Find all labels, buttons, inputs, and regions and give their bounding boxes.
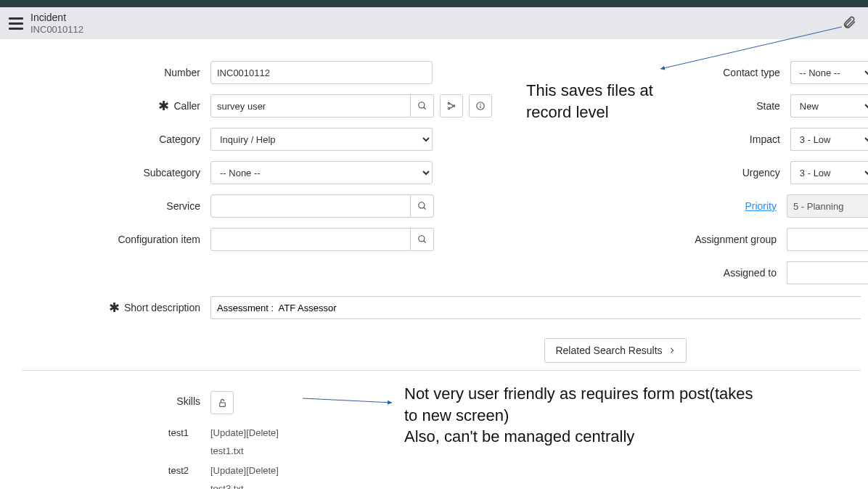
number-label: Number xyxy=(7,67,210,78)
caller-label: Caller xyxy=(173,100,200,112)
state-select[interactable]: New xyxy=(790,94,868,118)
related-search-button[interactable]: Related Search Results xyxy=(544,338,686,363)
service-input[interactable] xyxy=(210,194,411,218)
menu-icon[interactable] xyxy=(6,15,30,33)
caller-input[interactable] xyxy=(210,94,411,118)
priority-input xyxy=(787,194,868,218)
assigned-to-input[interactable] xyxy=(787,261,868,284)
mandatory-icon: ✱ xyxy=(109,301,120,314)
mandatory-icon: ✱ xyxy=(158,99,169,112)
skills-label: Skills xyxy=(7,391,210,407)
assignment-group-label: Assignment group xyxy=(499,234,787,245)
urgency-select[interactable]: 3 - Low xyxy=(790,161,868,184)
record-type: Incident xyxy=(30,12,83,24)
service-label: Service xyxy=(7,200,210,212)
svg-point-9 xyxy=(480,104,481,104)
file-label-2: test2 xyxy=(7,465,210,476)
svg-line-6 xyxy=(450,107,454,109)
short-description-input[interactable] xyxy=(210,296,861,319)
file-delete-link-2[interactable]: [Delete] xyxy=(246,465,279,476)
assignment-group-input[interactable] xyxy=(787,228,868,251)
file-label-1: test1 xyxy=(7,427,210,438)
svg-line-1 xyxy=(423,107,425,110)
svg-point-12 xyxy=(418,236,424,242)
annotation-arrow-bottom xyxy=(301,395,399,410)
svg-rect-14 xyxy=(219,402,225,406)
svg-line-5 xyxy=(450,104,454,106)
lock-button[interactable] xyxy=(210,391,234,414)
urgency-label: Urgency xyxy=(499,167,790,178)
svg-point-2 xyxy=(448,102,449,104)
svg-line-11 xyxy=(423,207,425,210)
category-label: Category xyxy=(7,133,210,145)
caller-info-button[interactable] xyxy=(469,94,492,118)
svg-line-15 xyxy=(660,27,842,69)
service-lookup-button[interactable] xyxy=(411,194,434,218)
file-name-2: test3.txt xyxy=(210,483,279,489)
svg-point-4 xyxy=(453,105,454,107)
caller-related-button[interactable] xyxy=(440,94,463,118)
ci-input[interactable] xyxy=(210,228,411,251)
caller-lookup-button[interactable] xyxy=(411,94,434,118)
record-number: INC0010112 xyxy=(30,24,83,36)
number-input[interactable] xyxy=(210,61,433,84)
svg-point-10 xyxy=(418,202,424,208)
impact-label: Impact xyxy=(499,133,790,145)
impact-select[interactable]: 3 - Low xyxy=(790,128,868,151)
annotation-top: This saves files at record level xyxy=(526,80,693,123)
chevron-right-icon xyxy=(668,345,676,356)
file-update-link-2[interactable]: [Update] xyxy=(210,465,246,476)
svg-line-13 xyxy=(423,241,425,243)
file-name-1: test1.txt xyxy=(210,445,279,456)
file-update-link-1[interactable]: [Update] xyxy=(210,427,246,438)
subcategory-label: Subcategory xyxy=(7,167,210,178)
svg-point-3 xyxy=(448,107,449,109)
subcategory-select[interactable]: -- None -- xyxy=(210,161,433,184)
category-select[interactable]: Inquiry / Help xyxy=(210,128,433,151)
ci-label: Configuration item xyxy=(7,234,210,245)
priority-label[interactable]: Priority xyxy=(745,200,777,212)
assigned-to-label: Assigned to xyxy=(499,267,787,279)
file-delete-link-1[interactable]: [Delete] xyxy=(246,427,279,438)
short-description-label: Short description xyxy=(124,302,200,313)
annotation-bottom: Not very user friendly as requires form … xyxy=(404,383,767,448)
svg-line-16 xyxy=(303,398,392,403)
ci-lookup-button[interactable] xyxy=(411,228,434,251)
annotation-arrow-top xyxy=(653,25,849,76)
svg-point-0 xyxy=(418,102,424,108)
